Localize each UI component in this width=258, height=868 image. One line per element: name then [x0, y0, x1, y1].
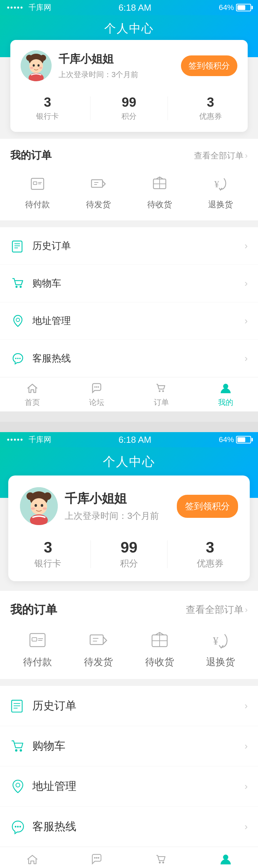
nav-home-2[interactable]: 首页	[0, 847, 65, 868]
nav-orders-2[interactable]: 订单	[129, 847, 194, 868]
order-pending-payment[interactable]: 待付款	[25, 173, 50, 210]
screen-1: ••••• 千库网 6:18 AM 64% 个人中心	[0, 0, 258, 411]
return-icon: ¥	[209, 173, 232, 195]
menu-cart-label-2: 购物车	[32, 739, 245, 754]
stat-bank-value: 3	[36, 95, 59, 110]
stat-points-value-2: 99	[120, 539, 138, 556]
support-icon	[10, 351, 25, 366]
address-icon	[10, 313, 25, 328]
nav-mine[interactable]: 我的	[194, 377, 258, 411]
svg-text:¥: ¥	[214, 179, 219, 189]
order-pending-payment-2[interactable]: 待付款	[23, 629, 52, 669]
svg-point-4	[29, 59, 43, 73]
order-return-label: 退换货	[208, 199, 233, 210]
order-pending-receive-2[interactable]: 待收货	[145, 629, 174, 669]
svg-point-43	[35, 504, 37, 507]
svg-point-2	[26, 55, 32, 61]
orders-header-2: 我的订单 查看全部订单 ›	[0, 591, 258, 626]
menu-item-support-2[interactable]: 客服热线 ›	[0, 807, 258, 847]
nav-forum-2[interactable]: 论坛	[65, 847, 129, 868]
menu-item-cart-2[interactable]: 购物车 ›	[0, 726, 258, 766]
signal-icon-2: •••••	[7, 435, 24, 444]
return-icon-2: ¥	[209, 629, 232, 651]
menu-history-label-2: 历史订单	[32, 698, 245, 713]
menu-arrow-support-2: ›	[245, 821, 248, 832]
stat-coupons-label-2: 优惠券	[197, 557, 224, 569]
menu-item-history-2[interactable]: 历史订单 ›	[0, 686, 258, 726]
battery-area-2: 64%	[219, 435, 251, 444]
menu-list: 历史订单 › 购物车 › 地址管理 ›	[0, 227, 258, 377]
menu-arrow-history: ›	[245, 240, 248, 251]
stat-coupons-value-2: 3	[197, 539, 224, 556]
sign-button[interactable]: 签到领积分	[181, 55, 237, 76]
svg-point-62	[15, 749, 18, 752]
battery-fill	[237, 5, 245, 10]
order-pending-ship[interactable]: 待发货	[86, 173, 111, 210]
menu-item-address-2[interactable]: 地址管理 ›	[0, 766, 258, 807]
profile-name: 千库小姐姐	[58, 52, 178, 67]
svg-point-70	[98, 857, 99, 859]
view-all-orders[interactable]: 查看全部订单 ›	[194, 150, 248, 161]
menu-item-address[interactable]: 地址管理 ›	[0, 302, 258, 340]
svg-point-27	[16, 318, 20, 322]
stat-points-label-2: 积分	[120, 557, 138, 569]
stat-coupons-2: 3 优惠券	[197, 539, 224, 569]
stat-bank-label-2: 银行卡	[34, 557, 61, 569]
stat-points-value: 99	[121, 95, 137, 110]
nav-mine-2[interactable]: 我的	[194, 847, 258, 868]
order-pending-payment-label-2: 待付款	[23, 656, 52, 669]
sign-button-2[interactable]: 签到领积分	[177, 495, 238, 518]
stat-points: 99 积分	[121, 95, 137, 122]
menu-item-history[interactable]: 历史订单 ›	[0, 227, 258, 265]
pending-payment-icon-2	[26, 629, 49, 651]
order-pending-receive[interactable]: 待收货	[147, 173, 172, 210]
menu-item-support[interactable]: 客服热线 ›	[0, 340, 258, 377]
svg-point-33	[98, 386, 99, 388]
stat-coupons-label: 优惠券	[199, 111, 222, 122]
profile-card-2: 千库小姐姐 上次登录时间：3个月前 签到领积分 3 银行卡 99 积分 3 优惠…	[8, 475, 250, 581]
battery-icon	[236, 4, 251, 11]
signal-icon: •••••	[7, 3, 24, 12]
nav-mine-label: 我的	[218, 397, 233, 408]
pending-receive-icon	[149, 173, 171, 195]
mine-icon-2	[219, 853, 233, 866]
profile-top: 千库小姐姐 上次登录时间：3个月前 签到领积分	[21, 50, 237, 81]
profile-stats-2: 3 银行卡 99 积分 3 优惠券	[20, 535, 238, 569]
order-return-2[interactable]: ¥ 退换货	[206, 629, 235, 669]
order-return-label-2: 退换货	[206, 656, 235, 669]
order-pending-payment-label: 待付款	[25, 199, 50, 210]
profile-card: 千库小姐姐 上次登录时间：3个月前 签到领积分 3 银行卡 99 积分 3 优惠…	[10, 40, 248, 132]
battery-fill-2	[237, 437, 245, 442]
nav-forum[interactable]: 论坛	[65, 377, 129, 411]
order-pending-ship-2[interactable]: 待发货	[84, 629, 113, 669]
nav-orders[interactable]: 订单	[129, 377, 194, 411]
time-label-2: 6:18 AM	[119, 435, 151, 445]
battery-percent: 64%	[219, 3, 234, 12]
order-return[interactable]: ¥ 退换货	[208, 173, 233, 210]
stat-coupons-value: 3	[199, 95, 222, 110]
view-all-orders-2[interactable]: 查看全部订单 ›	[186, 603, 248, 616]
svg-point-6	[33, 64, 35, 67]
bottom-nav-2: 首页 论坛 订单	[0, 847, 258, 868]
svg-point-73	[223, 855, 228, 859]
stat-points-label: 积分	[121, 111, 137, 122]
stat-points-2: 99 积分	[120, 539, 138, 569]
svg-point-28	[15, 358, 17, 359]
orders-title-2: 我的订单	[10, 602, 57, 618]
orders-section: 我的订单 查看全部订单 › 待付款	[0, 139, 258, 220]
menu-history-label: 历史订单	[32, 239, 245, 252]
menu-cart-label: 购物车	[32, 277, 245, 290]
battery-icon-2	[236, 436, 251, 443]
svg-rect-48	[32, 638, 37, 641]
carrier-label: 千库网	[29, 2, 51, 13]
svg-point-66	[17, 826, 19, 828]
svg-point-32	[96, 386, 97, 388]
menu-item-cart[interactable]: 购物车 ›	[0, 265, 258, 302]
bottom-nav: 首页 论坛 订单	[0, 377, 258, 411]
menu-arrow-support: ›	[245, 353, 248, 364]
menu-support-label-2: 客服热线	[32, 819, 245, 834]
nav-home[interactable]: 首页	[0, 377, 65, 411]
profile-stats: 3 银行卡 99 积分 3 优惠券	[21, 92, 237, 122]
svg-point-45	[31, 508, 35, 510]
profile-info-2: 千库小姐姐 上次登录时间：3个月前	[65, 490, 173, 522]
